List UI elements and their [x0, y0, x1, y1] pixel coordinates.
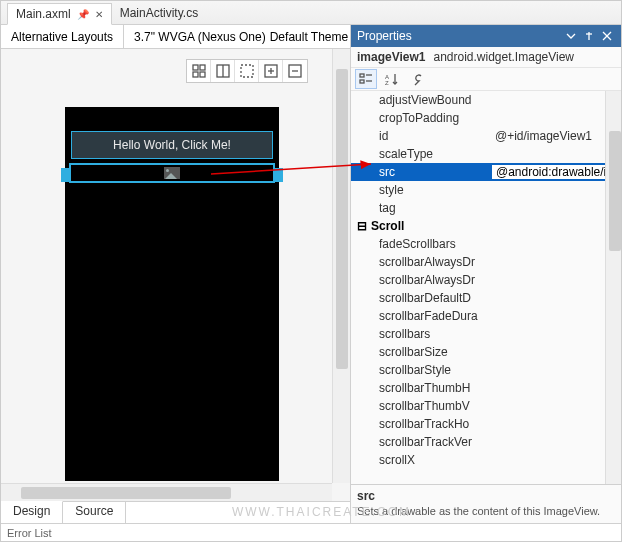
prop-tag[interactable]: tag [351, 199, 621, 217]
prop-scrollbarthumbh[interactable]: scrollbarThumbH [351, 379, 621, 397]
prop-src[interactable]: src @android:drawable/ic_ … [351, 163, 621, 181]
grid-icon[interactable] [187, 60, 211, 82]
svg-rect-16 [360, 74, 364, 77]
prop-scrollbaralwaysd2[interactable]: scrollbarAlwaysDr [351, 271, 621, 289]
tab-main-axml[interactable]: Main.axml 📌 ✕ [7, 3, 112, 25]
prop-scrollbartrackhor[interactable]: scrollbarTrackHo [351, 415, 621, 433]
zoom-in-icon[interactable] [259, 60, 283, 82]
properties-toolbar: AZ [351, 67, 621, 91]
prop-scaletype[interactable]: scaleType [351, 145, 621, 163]
zoom-out-icon[interactable] [283, 60, 307, 82]
prop-scrollx[interactable]: scrollX [351, 451, 621, 469]
theme-label: Default Theme [270, 30, 349, 44]
expand-icon[interactable] [235, 60, 259, 82]
prop-scrollbaralwaysd1[interactable]: scrollbarAlwaysDr [351, 253, 621, 271]
error-list-label: Error List [7, 527, 52, 539]
svg-rect-17 [360, 80, 364, 83]
close-icon[interactable]: ✕ [95, 9, 103, 20]
app-root: Main.axml 📌 ✕ MainActivity.cs Alternativ… [0, 0, 622, 542]
error-list-panel[interactable]: Error List [1, 523, 621, 541]
resize-handle-left[interactable] [61, 168, 71, 182]
prop-scrollbartrackver[interactable]: scrollbarTrackVer [351, 433, 621, 451]
prop-scrollbarthumbv[interactable]: scrollbarThumbV [351, 397, 621, 415]
properties-title-label: Properties [357, 29, 412, 43]
document-tabstrip: Main.axml 📌 ✕ MainActivity.cs [1, 1, 621, 25]
scroll-thumb[interactable] [609, 131, 621, 251]
panel-close-icon[interactable] [599, 28, 615, 44]
properties-scrollbar[interactable] [605, 91, 621, 484]
property-description: src Sets a drawable as the content of th… [351, 484, 621, 523]
alternative-layouts-label: Alternative Layouts [11, 30, 113, 44]
main-split: Alternative Layouts 3.7" WVGA (Nexus One… [1, 25, 621, 523]
canvas-scrollbar-horizontal[interactable] [1, 483, 332, 501]
panel-pin-icon[interactable] [581, 28, 597, 44]
svg-rect-3 [200, 72, 205, 77]
image-placeholder-icon [164, 167, 180, 179]
alphabetical-icon[interactable]: AZ [381, 69, 403, 89]
prop-adjustviewbounds[interactable]: adjustViewBound [351, 91, 621, 109]
svg-rect-0 [193, 65, 198, 70]
footer-prop-desc: Sets a drawable as the content of this I… [357, 505, 615, 517]
prop-style[interactable]: style [351, 181, 621, 199]
svg-rect-6 [241, 65, 253, 77]
svg-rect-2 [193, 72, 198, 77]
tab-label: Main.axml [16, 7, 71, 21]
properties-panel: Properties imageView1 android.widget.Ima… [351, 25, 621, 523]
prop-id[interactable]: id @+id/imageView1 [351, 127, 621, 145]
collapse-icon[interactable]: ⊟ [355, 219, 369, 233]
selected-imageview[interactable] [69, 163, 275, 183]
prop-src-value[interactable]: @android:drawable/ic_ [496, 165, 619, 179]
designer-panel: Alternative Layouts 3.7" WVGA (Nexus One… [1, 25, 351, 523]
svg-rect-1 [200, 65, 205, 70]
svg-text:Z: Z [385, 80, 389, 86]
prop-scrollbarfadedura[interactable]: scrollbarFadeDura [351, 307, 621, 325]
category-scroll[interactable]: ⊟ Scroll [351, 217, 621, 235]
device-label: 3.7" WVGA (Nexus One) [134, 30, 266, 44]
layout-options-bar: Alternative Layouts 3.7" WVGA (Nexus One… [1, 25, 350, 49]
properties-titlebar[interactable]: Properties [351, 25, 621, 47]
designer-bottom-tabs: Design Source [1, 501, 350, 523]
pin-icon[interactable]: 📌 [77, 9, 89, 20]
property-pages-icon[interactable] [407, 69, 429, 89]
device-dropdown[interactable]: 3.7" WVGA (Nexus One) Default Theme [124, 25, 359, 48]
canvas-toolbar [186, 59, 308, 83]
scroll-thumb[interactable] [336, 69, 348, 369]
footer-prop-name: src [357, 489, 615, 503]
prop-scrollbarsize[interactable]: scrollbarSize [351, 343, 621, 361]
prop-scrollbardefaultd[interactable]: scrollbarDefaultD [351, 289, 621, 307]
object-name: imageView1 [357, 50, 425, 64]
device-preview[interactable]: Hello World, Click Me! [65, 107, 279, 481]
tab-mainactivity-cs[interactable]: MainActivity.cs [112, 2, 206, 24]
tab-label: MainActivity.cs [120, 6, 198, 20]
tab-design[interactable]: Design [1, 501, 63, 523]
prop-croptopadding[interactable]: cropToPadding [351, 109, 621, 127]
prop-scrollbarstyle[interactable]: scrollbarStyle [351, 361, 621, 379]
alternative-layouts-dropdown[interactable]: Alternative Layouts [1, 25, 124, 48]
prop-fadescrollbars[interactable]: fadeScrollbars [351, 235, 621, 253]
prop-scrollbars[interactable]: scrollbars [351, 325, 621, 343]
preview-button[interactable]: Hello World, Click Me! [71, 131, 273, 159]
scroll-thumb[interactable] [21, 487, 231, 499]
tab-source[interactable]: Source [63, 502, 126, 523]
resize-handle-right[interactable] [273, 168, 283, 182]
selected-object-header[interactable]: imageView1 android.widget.ImageView [351, 47, 621, 67]
designer-canvas[interactable]: Hello World, Click Me! [1, 49, 350, 501]
canvas-scrollbar-vertical[interactable] [332, 49, 350, 483]
categorized-icon[interactable] [355, 69, 377, 89]
panel-menu-icon[interactable] [563, 28, 579, 44]
layout-icon[interactable] [211, 60, 235, 82]
object-type: android.widget.ImageView [433, 50, 574, 64]
property-grid: adjustViewBound cropToPadding id @+id/im… [351, 91, 621, 484]
